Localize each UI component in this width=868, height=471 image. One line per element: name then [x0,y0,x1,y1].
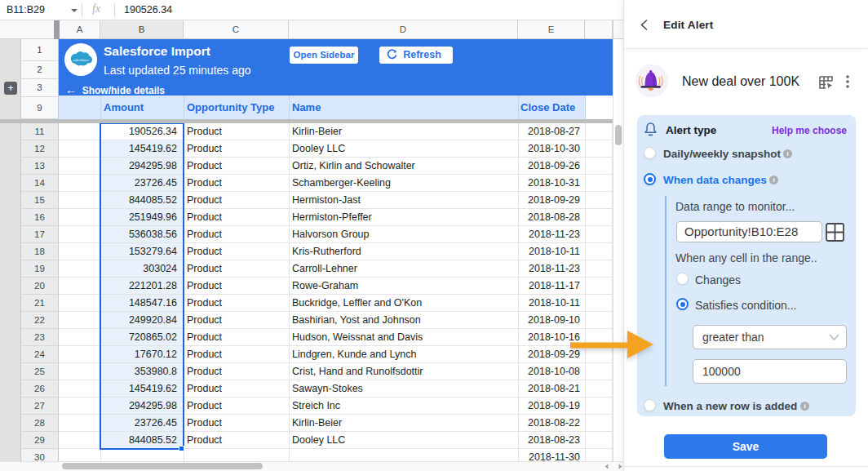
svg-text:salesforce: salesforce [73,58,89,62]
